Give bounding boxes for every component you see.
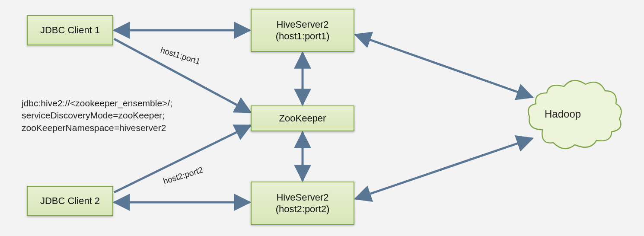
- hiveserver2-2-label: HiveServer2 (host2:port2): [276, 191, 330, 215]
- hiveserver2-2-node: HiveServer2 (host2:port2): [251, 182, 354, 225]
- edge-jdbc2-zk: [114, 125, 251, 192]
- jdbc-client-2-label: JDBC Client 2: [40, 195, 100, 207]
- hiveserver2-2-title: HiveServer2: [276, 192, 328, 203]
- zookeeper-node: ZooKeeper: [251, 105, 354, 131]
- edge-label-host1port1: host1:port1: [159, 45, 201, 67]
- hiveserver2-1-hostport: (host1:port1): [276, 31, 330, 41]
- zookeeper-label: ZooKeeper: [279, 112, 326, 124]
- jdbc-client-2-node: JDBC Client 2: [27, 186, 113, 216]
- hiveserver2-1-node: HiveServer2 (host1:port1): [251, 9, 354, 52]
- edge-hs1-hadoop: [355, 35, 532, 97]
- jdbc-url-text: jdbc:hive2://<zookeeper_ensemble>/; serv…: [22, 97, 172, 134]
- jdbc-client-1-node: JDBC Client 1: [27, 15, 113, 45]
- diagram-canvas: Hadoop JDBC Client 1 JDBC Client 2 HiveS…: [0, 0, 644, 236]
- hiveserver2-2-hostport: (host2:port2): [276, 204, 330, 214]
- edge-hs2-hadoop: [355, 138, 532, 199]
- jdbc-client-1-label: JDBC Client 1: [40, 24, 100, 36]
- hiveserver2-1-title: HiveServer2: [276, 19, 328, 30]
- hadoop-label: Hadoop: [545, 108, 581, 120]
- edge-label-host2port2: host2:port2: [162, 165, 204, 186]
- hiveserver2-1-label: HiveServer2 (host1:port1): [276, 19, 330, 42]
